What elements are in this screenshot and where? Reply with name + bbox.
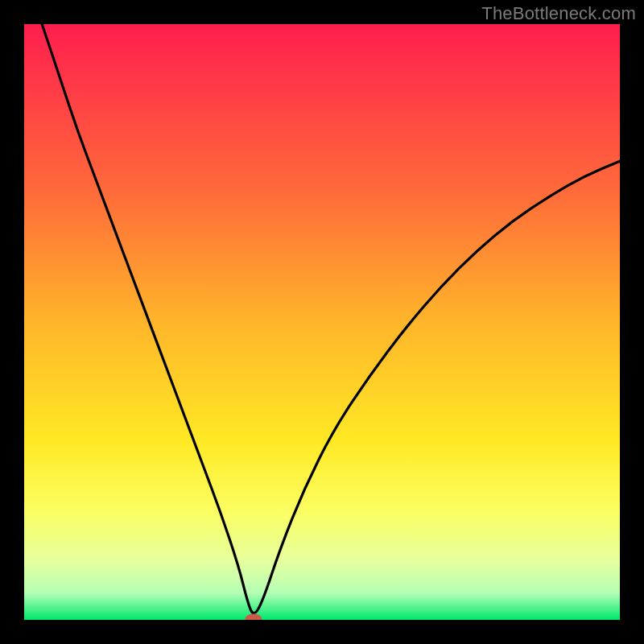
- chart-svg: [24, 24, 620, 620]
- chart-frame: TheBottleneck.com: [0, 0, 644, 644]
- gradient-background: [24, 24, 620, 620]
- watermark-text: TheBottleneck.com: [481, 3, 636, 24]
- plot-area: [24, 24, 620, 620]
